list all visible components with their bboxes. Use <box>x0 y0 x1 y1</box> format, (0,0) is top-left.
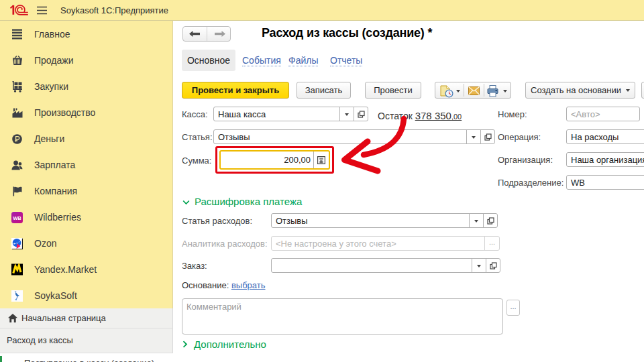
svg-text:WB: WB <box>13 215 21 221</box>
